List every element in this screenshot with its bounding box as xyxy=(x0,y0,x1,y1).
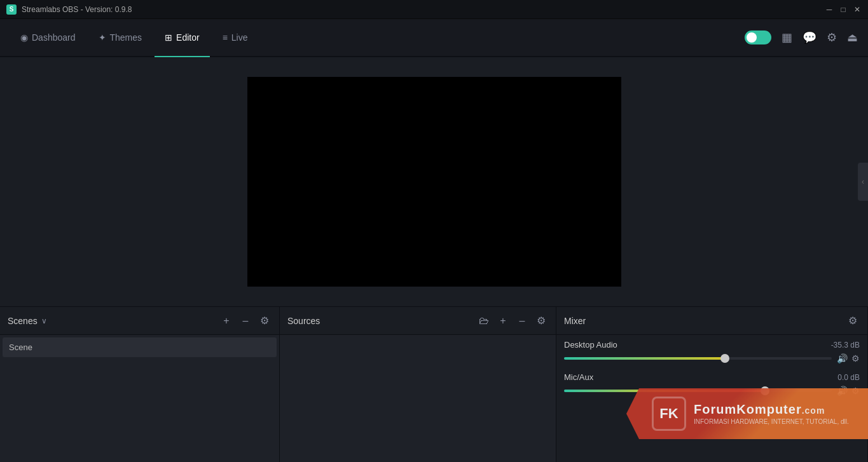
scenes-settings-button[interactable]: ⚙ xyxy=(258,314,272,328)
desktop-volume-icon[interactable]: 🔊 xyxy=(837,353,848,363)
mixer-title: Mixer xyxy=(564,316,586,326)
mic-aux-header: Mic/Aux 0.0 dB xyxy=(564,372,860,382)
scenes-title-area: Scenes ∨ xyxy=(8,316,47,326)
nav-item-editor[interactable]: ⊞ Editor xyxy=(155,19,210,57)
nav-label-editor: Editor xyxy=(176,32,200,43)
minimize-button[interactable]: ─ xyxy=(825,5,834,14)
layout-icon[interactable]: ▦ xyxy=(782,31,792,44)
watermark-logo: FK xyxy=(652,397,686,431)
preview-area: ‹ xyxy=(0,57,868,306)
nav-label-themes: Themes xyxy=(110,32,142,43)
sources-panel: Sources 🗁 + – ⚙ xyxy=(280,307,556,462)
mixer-panel-header: Mixer ⚙ xyxy=(556,307,867,335)
theme-toggle[interactable] xyxy=(745,31,771,44)
nav-left: ◉ Dashboard ✦ Themes ⊞ Editor ≡ Live xyxy=(10,19,258,56)
sources-panel-header: Sources 🗁 + – ⚙ xyxy=(280,307,556,335)
nav-right: ▦ 💬 ⚙ ⏏ xyxy=(745,31,858,44)
scenes-remove-button[interactable]: – xyxy=(238,314,252,328)
close-button[interactable]: ✕ xyxy=(853,5,862,14)
themes-icon: ✦ xyxy=(99,32,106,43)
top-navigation: ◉ Dashboard ✦ Themes ⊞ Editor ≡ Live ▦ 💬… xyxy=(0,19,868,57)
scenes-list: Scene xyxy=(0,335,279,462)
desktop-fader-track xyxy=(564,357,832,360)
watermark-title: ForumKomputer.com xyxy=(694,402,849,417)
desktop-fader[interactable] xyxy=(564,352,832,365)
scene-name: Scene xyxy=(9,343,32,352)
desktop-fader-fill xyxy=(564,357,725,360)
watermark-text: ForumKomputer.com INFORMASI HARDWARE, IN… xyxy=(694,402,849,425)
desktop-mixer-icons: 🔊 ⚙ xyxy=(837,353,860,363)
scenes-panel-header: Scenes ∨ + – ⚙ xyxy=(0,307,279,335)
titlebar: S Streamlabs OBS - Version: 0.9.8 ─ □ ✕ xyxy=(0,0,868,19)
scenes-add-button[interactable]: + xyxy=(219,314,233,328)
app-logo: S xyxy=(6,4,17,15)
edge-handle[interactable]: ‹ xyxy=(858,163,868,201)
live-icon: ≡ xyxy=(223,32,228,43)
scenes-panel: Scenes ∨ + – ⚙ Scene xyxy=(0,307,280,462)
nav-item-themes[interactable]: ✦ Themes xyxy=(88,19,153,57)
nav-item-live[interactable]: ≡ Live xyxy=(212,19,258,57)
sources-remove-button[interactable]: – xyxy=(515,314,529,328)
maximize-button[interactable]: □ xyxy=(839,5,848,14)
window-controls: ─ □ ✕ xyxy=(825,5,862,14)
desktop-audio-name: Desktop Audio xyxy=(564,340,617,350)
nav-item-dashboard[interactable]: ◉ Dashboard xyxy=(10,19,86,57)
app-title: Streamlabs OBS - Version: 0.9.8 xyxy=(22,5,132,14)
dashboard-icon: ◉ xyxy=(20,32,28,43)
discord-icon[interactable]: 💬 xyxy=(803,31,816,44)
sources-folder-button[interactable]: 🗁 xyxy=(477,314,491,328)
sources-title: Sources xyxy=(287,316,320,326)
exit-icon[interactable]: ⏏ xyxy=(847,31,858,44)
scene-item[interactable]: Scene xyxy=(3,337,277,357)
scenes-title: Scenes xyxy=(8,316,38,326)
nav-label-live: Live xyxy=(231,32,248,43)
mixer-settings-button[interactable]: ⚙ xyxy=(846,314,860,328)
scenes-chevron[interactable]: ∨ xyxy=(41,316,47,325)
nav-label-dashboard: Dashboard xyxy=(32,32,76,43)
desktop-audio-header: Desktop Audio -35.3 dB xyxy=(564,340,860,350)
sources-list xyxy=(280,335,556,462)
watermark-subtitle: INFORMASI HARDWARE, INTERNET, TUTORIAL, … xyxy=(694,418,849,425)
preview-canvas xyxy=(247,77,621,287)
mic-aux-name: Mic/Aux xyxy=(564,372,593,382)
desktop-gear-icon[interactable]: ⚙ xyxy=(851,353,860,363)
titlebar-left: S Streamlabs OBS - Version: 0.9.8 xyxy=(6,4,132,15)
desktop-fader-row: 🔊 ⚙ xyxy=(564,352,860,365)
desktop-audio-db: -35.3 dB xyxy=(831,341,860,350)
watermark-overlay: FK ForumKomputer.com INFORMASI HARDWARE,… xyxy=(626,388,868,439)
mic-aux-db: 0.0 dB xyxy=(837,373,860,382)
mixer-channel-desktop: Desktop Audio -35.3 dB 🔊 ⚙ xyxy=(564,340,860,365)
editor-icon: ⊞ xyxy=(165,32,172,43)
sources-actions: 🗁 + – ⚙ xyxy=(477,314,548,328)
settings-icon[interactable]: ⚙ xyxy=(827,31,837,44)
scenes-actions: + – ⚙ xyxy=(219,314,272,328)
desktop-fader-thumb[interactable] xyxy=(720,354,729,363)
sources-settings-button[interactable]: ⚙ xyxy=(534,314,548,328)
sources-add-button[interactable]: + xyxy=(496,314,510,328)
sources-title-area: Sources xyxy=(287,316,320,326)
